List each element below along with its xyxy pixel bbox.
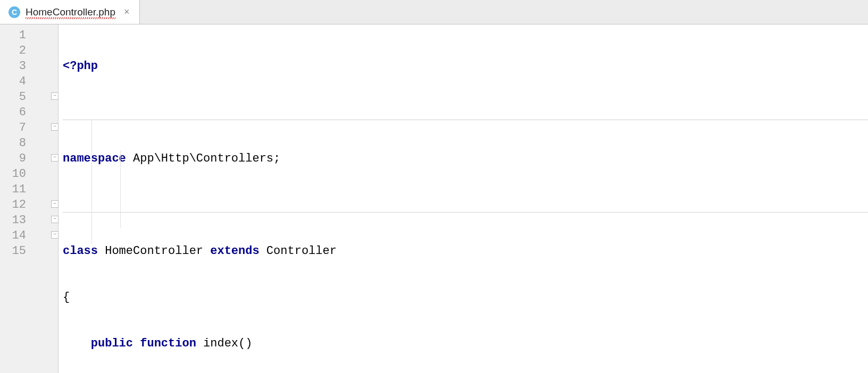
code-editor[interactable]: <?php namespace App\Http\Controllers; cl… (59, 24, 868, 373)
fold-marker-icon[interactable]: − (51, 231, 59, 239)
line-number[interactable]: 6 (0, 105, 58, 120)
line-number[interactable]: 4 (0, 74, 58, 89)
code-line[interactable]: class HomeController extends Controller (63, 243, 868, 259)
fold-marker-icon[interactable]: − (51, 200, 59, 208)
indent-guide (91, 120, 92, 243)
line-number[interactable]: 5 (0, 89, 58, 105)
line-number[interactable]: 14 (0, 228, 58, 243)
line-number[interactable]: 11 (0, 182, 58, 197)
code-line[interactable]: public function index() (63, 336, 868, 351)
class-file-icon: C (9, 6, 20, 18)
line-number[interactable]: 8 (0, 135, 58, 151)
indent-guide (120, 151, 121, 228)
gutter[interactable]: 1 2 3 4 5 6 7 8 9 10 11 12 13 14 15 − − … (0, 24, 59, 373)
line-number[interactable]: 3 (0, 58, 58, 74)
line-number[interactable]: 2 (0, 43, 58, 58)
fold-marker-icon[interactable]: − (51, 154, 59, 162)
tab-bar: C HomeController.php × (0, 0, 868, 24)
line-number[interactable]: 7 (0, 120, 58, 135)
code-line[interactable] (63, 197, 868, 213)
close-icon[interactable]: × (121, 5, 133, 19)
fold-marker-icon[interactable]: − (51, 216, 59, 223)
line-number[interactable]: 9 (0, 151, 58, 166)
file-tab[interactable]: C HomeController.php × (0, 0, 140, 24)
line-number[interactable]: 13 (0, 213, 58, 228)
fold-marker-icon[interactable]: − (51, 123, 59, 131)
error-squiggle-icon (26, 18, 115, 19)
code-line[interactable]: { (63, 290, 868, 305)
code-line[interactable]: namespace App\Http\Controllers; (63, 151, 868, 166)
line-number[interactable]: 1 (0, 28, 58, 43)
line-number[interactable]: 15 (0, 243, 58, 259)
tab-filename: HomeController.php (26, 6, 115, 18)
code-line[interactable] (63, 105, 868, 120)
line-number[interactable]: 10 (0, 166, 58, 182)
line-number[interactable]: 12 (0, 197, 58, 213)
code-line[interactable]: <?php (63, 58, 868, 74)
editor-area: 1 2 3 4 5 6 7 8 9 10 11 12 13 14 15 − − … (0, 24, 868, 373)
fold-marker-icon[interactable]: − (51, 92, 59, 100)
